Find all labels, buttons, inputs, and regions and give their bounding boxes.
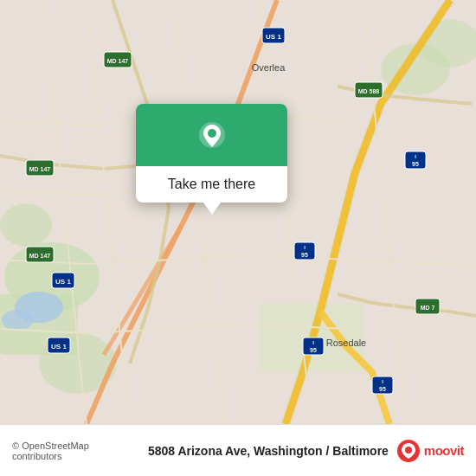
svg-text:US 1: US 1 — [55, 278, 71, 286]
moovit-icon — [396, 439, 421, 463]
svg-point-2 — [0, 203, 52, 247]
svg-point-9 — [2, 310, 33, 331]
location-pin-icon — [195, 119, 229, 154]
popup-header — [136, 104, 287, 166]
svg-text:US 1: US 1 — [51, 343, 67, 351]
moovit-logo: moovit — [396, 439, 464, 463]
copyright-text: © OpenStreetMap contributors — [12, 441, 140, 461]
svg-text:Overlea: Overlea — [252, 62, 286, 73]
svg-text:US 1: US 1 — [266, 33, 281, 41]
svg-text:MD 147: MD 147 — [29, 166, 51, 172]
svg-text:95: 95 — [310, 347, 317, 353]
bottom-bar: © OpenStreetMap contributors 5808 Arizon… — [0, 424, 476, 476]
svg-point-41 — [208, 129, 216, 138]
svg-text:95: 95 — [301, 252, 308, 258]
popup-bottom: Take me there — [136, 166, 287, 203]
map-container: US 1 MD 147 MD 147 MD 147 MD 588 I 95 I … — [0, 0, 476, 424]
svg-text:95: 95 — [379, 386, 386, 392]
svg-text:95: 95 — [412, 161, 419, 167]
address-text: 5808 Arizona Ave, Washington / Baltimore — [140, 444, 396, 458]
svg-text:Rosedale: Rosedale — [326, 338, 366, 348]
svg-text:MD 588: MD 588 — [358, 88, 380, 94]
svg-text:MD 7: MD 7 — [421, 305, 435, 311]
svg-text:MD 147: MD 147 — [29, 253, 51, 259]
take-me-there-button[interactable]: Take me there — [145, 177, 279, 192]
svg-text:MD 147: MD 147 — [107, 58, 129, 64]
svg-point-43 — [405, 447, 412, 453]
popup-card: Take me there — [136, 104, 287, 203]
moovit-label: moovit — [424, 443, 464, 458]
